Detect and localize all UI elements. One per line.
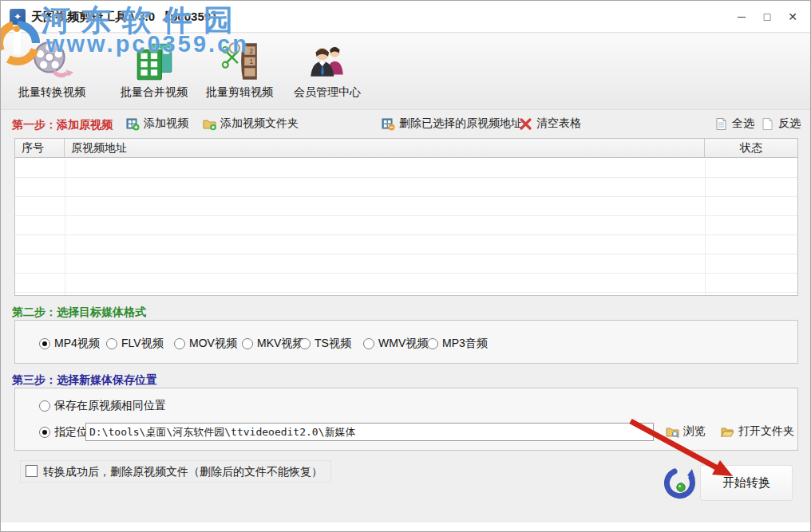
radio-label: 保存在原视频相同位置 bbox=[54, 399, 166, 413]
toolbar-label: 批量剪辑视频 bbox=[195, 85, 284, 100]
svg-text:1: 1 bbox=[249, 57, 253, 65]
add-video-folder-label: 添加视频文件夹 bbox=[220, 116, 299, 131]
delete-selected-label: 删除已选择的原视频地址 bbox=[399, 116, 522, 131]
save-path-input[interactable] bbox=[85, 423, 654, 441]
film-add-icon bbox=[126, 117, 140, 131]
format-groupbox: MP4视频 FLV视频 MOV视频 MKV视频 TS视频 WMV视频 MP3音频 bbox=[14, 320, 798, 364]
save-same-location-radio[interactable]: 保存在原视频相同位置 bbox=[39, 399, 166, 413]
format-radio-wmv[interactable]: WMV视频 bbox=[363, 337, 428, 351]
window-title: 天图视频剪辑工具 V3.0 【pc0359】 bbox=[31, 10, 223, 25]
radio-icon bbox=[242, 338, 253, 349]
toolbar-label: 批量合并视频 bbox=[109, 85, 199, 100]
toolbar-label: 批量转换视频 bbox=[7, 85, 97, 100]
add-video-button[interactable]: 添加视频 bbox=[126, 116, 188, 131]
add-video-label: 添加视频 bbox=[144, 116, 188, 131]
folder-add-icon bbox=[203, 117, 216, 131]
app-window: ✦ 天图视频剪辑工具 V3.0 【pc0359】 ─ □ ✕ 批量转换视频 bbox=[0, 0, 811, 532]
radio-label: MOV视频 bbox=[189, 337, 237, 351]
film-remove-icon bbox=[382, 117, 395, 131]
radio-label: MP3音频 bbox=[442, 337, 488, 351]
radio-icon bbox=[174, 338, 185, 349]
select-all-button[interactable]: 全选 bbox=[714, 116, 754, 131]
column-header-index[interactable]: 序号 bbox=[15, 139, 65, 157]
toolbar-batch-merge-video[interactable]: 批量合并视频 bbox=[109, 40, 199, 100]
delete-after-checkbox[interactable] bbox=[26, 465, 38, 477]
clear-table-button[interactable]: 清空表格 bbox=[519, 116, 581, 131]
radio-icon bbox=[39, 400, 50, 412]
video-list-table: 序号 原视频地址 状态 bbox=[14, 138, 798, 296]
step3-label: 第三步：选择新媒体保存位置 bbox=[12, 373, 157, 388]
radio-label: MP4视频 bbox=[54, 337, 100, 351]
start-convert-button[interactable]: 开始转换 bbox=[700, 465, 793, 501]
svg-text:2: 2 bbox=[249, 47, 253, 55]
bottom-strip bbox=[1, 522, 810, 532]
radio-label: WMV视频 bbox=[378, 337, 428, 351]
column-divider bbox=[65, 159, 65, 295]
radio-icon bbox=[39, 427, 50, 438]
radio-icon bbox=[39, 338, 50, 349]
format-radio-flv[interactable]: FLV视频 bbox=[106, 337, 164, 351]
toolbar-batch-convert-video[interactable]: 批量转换视频 bbox=[7, 40, 97, 100]
close-button[interactable]: ✕ bbox=[780, 4, 805, 30]
members-icon bbox=[306, 40, 349, 83]
step2-label: 第二步：选择目标媒体格式 bbox=[12, 305, 146, 320]
document-blank-icon bbox=[761, 117, 774, 131]
delete-selected-button[interactable]: 删除已选择的原视频地址 bbox=[382, 116, 522, 131]
delete-after-label: 转换成功后，删除原视频文件（删除后的文件不能恢复） bbox=[43, 465, 322, 479]
titlebar: ✦ 天图视频剪辑工具 V3.0 【pc0359】 ─ □ ✕ bbox=[1, 1, 810, 33]
browse-button[interactable]: 浏览 bbox=[666, 424, 706, 439]
add-video-folder-button[interactable]: 添加视频文件夹 bbox=[203, 116, 299, 131]
radio-icon bbox=[427, 338, 438, 349]
red-x-icon bbox=[519, 117, 532, 131]
clear-table-label: 清空表格 bbox=[536, 116, 581, 131]
step1-label: 第一步：添加原视频 bbox=[12, 118, 113, 132]
select-all-label: 全选 bbox=[732, 116, 754, 131]
format-radio-mov[interactable]: MOV视频 bbox=[174, 337, 237, 351]
toolbar-member-center[interactable]: 会员管理中心 bbox=[283, 40, 372, 100]
toolbar: 批量转换视频 批量合并视频 2 1 bbox=[1, 33, 810, 110]
maximize-button[interactable]: □ bbox=[754, 4, 780, 30]
window-controls: ─ □ ✕ bbox=[729, 4, 805, 30]
film-cut-icon: 2 1 bbox=[218, 40, 261, 83]
radio-label: FLV视频 bbox=[121, 337, 164, 351]
app-icon: ✦ bbox=[10, 9, 26, 25]
toolbar-label: 会员管理中心 bbox=[283, 85, 372, 100]
format-radio-mkv[interactable]: MKV视频 bbox=[242, 337, 303, 351]
save-location-groupbox: 保存在原视频相同位置 指定位置 浏览 打开文件夹 bbox=[14, 388, 798, 451]
table-body[interactable] bbox=[15, 159, 797, 295]
folder-search-icon bbox=[666, 425, 679, 439]
format-radio-mp4[interactable]: MP4视频 bbox=[39, 337, 100, 351]
folder-open-icon bbox=[721, 425, 734, 439]
radio-label: MKV视频 bbox=[257, 337, 303, 351]
table-header: 序号 原视频地址 状态 bbox=[15, 139, 797, 158]
radio-icon bbox=[106, 338, 117, 349]
format-radio-ts[interactable]: TS视频 bbox=[299, 337, 351, 351]
document-lines-icon bbox=[714, 117, 728, 131]
format-radio-mp3[interactable]: MP3音频 bbox=[427, 337, 488, 351]
film-merge-icon bbox=[133, 40, 176, 83]
minimize-button[interactable]: ─ bbox=[729, 4, 754, 30]
invert-selection-label: 反选 bbox=[778, 116, 801, 131]
browse-label: 浏览 bbox=[683, 424, 706, 439]
convert-circular-arrow-icon[interactable] bbox=[663, 466, 697, 499]
invert-selection-button[interactable]: 反选 bbox=[761, 116, 801, 131]
column-header-status[interactable]: 状态 bbox=[705, 139, 797, 157]
radio-label: TS视频 bbox=[315, 337, 351, 351]
radio-icon bbox=[363, 338, 374, 349]
column-divider bbox=[705, 159, 706, 295]
open-folder-button[interactable]: 打开文件夹 bbox=[721, 424, 794, 439]
film-reel-convert-icon bbox=[30, 40, 73, 83]
radio-icon bbox=[299, 338, 311, 349]
column-header-source[interactable]: 原视频地址 bbox=[65, 139, 705, 157]
toolbar-batch-cut-video[interactable]: 2 1 批量剪辑视频 bbox=[195, 40, 284, 100]
open-folder-label: 打开文件夹 bbox=[738, 424, 794, 439]
